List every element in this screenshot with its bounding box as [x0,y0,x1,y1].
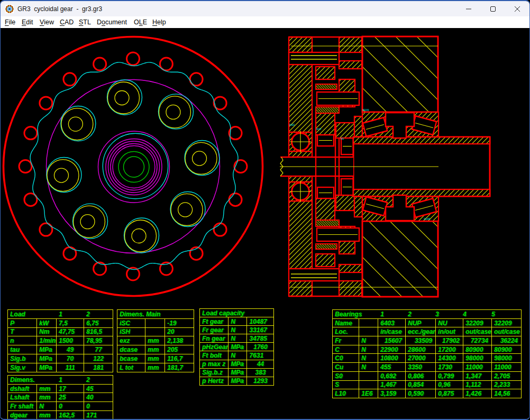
table-cell: p Hertz [200,377,229,385]
table-cell: 14,56 [492,389,522,398]
table-cell: 11000 [492,363,522,372]
menu-item-stl[interactable]: STL [76,16,94,28]
table-cell: 181,7 [165,363,194,372]
table-cell: L10 [333,389,359,398]
app-icon [5,5,14,13]
table-cell: kW [37,318,57,327]
table-cell [359,327,378,336]
bearing-label: NUP [316,128,322,131]
table-row: L totmm181,7 [117,363,194,372]
table-cell: 116,7 [165,354,194,363]
table-cell: 14300 [436,354,463,363]
table-cell: Lshaft [8,393,37,402]
table-cell: 6,75 [84,318,113,327]
table-header-label: 2 [86,377,90,383]
table-row: iSH20 [117,327,194,336]
table-row: Fr gearN33167 [200,326,274,334]
table-cell: 11000 [463,363,492,372]
table-header-row: Dimens. Main [117,310,194,319]
table-cell: N [229,351,247,360]
menubar: FileEditViewCADSTLDocumentOLEHelp [1,16,529,28]
table-cell: Fr shaft [8,402,37,411]
window-title: GR3 cycloidal gear - gr3.gr3 [17,5,102,13]
maximize-button[interactable] [481,1,505,16]
table-cell: 20 [165,327,194,336]
table-cell [359,318,378,327]
table-cell [145,318,165,327]
table-header-label: 2 [86,311,90,317]
table-cell: N [359,363,378,372]
table-cell: 80900 [492,345,522,354]
table-cell: 77 [84,345,113,354]
dimens-main-table: Dimens. MainiSC-19iSH20exzmm2,138dcasemm… [117,309,194,372]
table-row: dgearmm162,5171 [8,410,113,419]
table-cell [145,327,165,336]
table-cell: 181 [84,363,113,372]
table-cell: T [8,327,37,336]
table-cell: 34785 [247,334,274,343]
table-row: tauMPa4977 [8,345,113,354]
table-cell: mm [37,384,57,393]
bearings-table: Bearings12345Name6403NUPNU3220932209Loc.… [332,309,522,398]
table-header-row: Bearings12345 [333,310,522,319]
table-cell: MPa [229,343,247,351]
table-cell: 27000 [406,354,436,363]
table-cell: N [359,345,378,354]
table-row: n1/min150078,95 [8,336,113,345]
table-cell: iSC [117,318,145,327]
table-row: S00,6920,8060,7991,3472,705 [333,371,522,380]
table-cell: 36224 [492,336,522,345]
table-header-row: Dimens.12 [8,376,113,385]
table-header-label: Bearings [335,311,362,317]
menu-item-ole[interactable]: OLE [131,16,150,28]
table-cell: mm [145,336,165,345]
table-cell: exz [117,336,145,345]
menu-item-help[interactable]: Help [149,16,169,28]
table-cell: 2,233 [492,380,522,389]
table-cell: 28600 [406,345,436,354]
menu-item-view[interactable]: View [36,16,57,28]
table-cell: C0 [333,354,359,363]
menu-item-edit[interactable]: Edit [19,16,36,28]
menu-item-file[interactable]: File [2,16,19,28]
table-cell: Sig.b [8,354,37,363]
table-row: exzmm2,138 [117,336,194,345]
table-header-row: Load capacity [200,309,274,317]
table-cell: 122 [84,354,113,363]
table-header-cell: Bearings12345 [333,310,522,319]
table-cell: out/case [492,327,522,336]
table-cell: p max z [200,360,229,368]
table-row: CuN455335017301100011000 [333,363,522,372]
table-row: C0N1080027000143009800098000 [333,354,522,363]
table-cell: 0,875 [436,389,463,398]
table-cell: MPa [37,354,57,363]
minimize-button[interactable] [456,1,481,16]
table-cell: 40 [84,393,113,402]
table-cell: 3350 [406,363,436,372]
table-row: Sig.b.zMPa383 [200,368,274,377]
close-button[interactable] [505,1,529,16]
table-cell: 7631 [247,351,274,360]
menu-item-cad[interactable]: CAD [57,16,77,28]
table-cell: 15607 [378,336,406,345]
table-cell: 1,467 [378,380,406,389]
table-cell [359,380,378,389]
bearing-label: 33209 [362,109,369,112]
table-cell: dshaft [8,384,37,393]
table-cell: 10800 [378,354,406,363]
table-cell: P [8,318,37,327]
table-cell: Nm [37,327,57,336]
table-cell: mm [145,345,165,354]
table-cell: MPa [229,360,247,368]
table-cell: Fr gear [200,326,229,334]
table-cell: 6403 [378,318,406,327]
table-header-label: 1 [380,311,384,317]
cad-canvas[interactable]: 6403NUPNU3320932209 Load12PkW7,56,75TNm4… [1,28,530,420]
menu-item-document[interactable]: Document [94,16,130,28]
maximize-icon [490,6,496,12]
table-header-label: 4 [463,311,467,317]
table-row: p max zMPa44 [200,360,274,368]
table-cell: 44 [247,360,274,368]
table-cell: ecc./gear [406,327,436,336]
load-capacity-table: Load capacityFt gearN10487Fr gearN33167F… [199,308,274,386]
